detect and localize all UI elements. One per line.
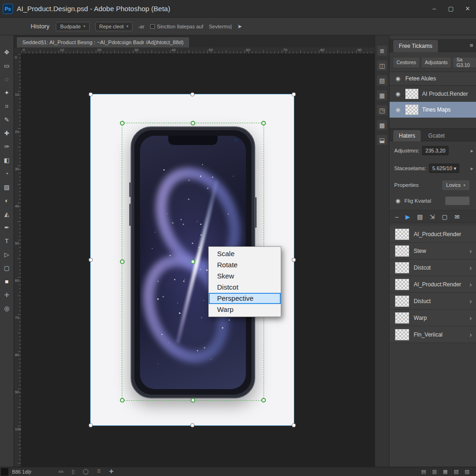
add-icon[interactable]: ✚ (109, 469, 113, 475)
circle-icon[interactable]: ◯ (83, 469, 88, 475)
close-button[interactable]: ✕ (459, 0, 476, 17)
marquee-tool-icon[interactable]: ▭ (1, 59, 13, 73)
transform-handle[interactable] (261, 398, 266, 403)
pen-tool-icon[interactable]: ✒ (1, 221, 13, 234)
artboard-handle[interactable] (190, 93, 194, 97)
artboard-handle[interactable] (292, 423, 296, 428)
artboard-handle[interactable] (292, 93, 296, 97)
transform-handle[interactable] (120, 398, 125, 403)
chevron-right-icon[interactable]: › (469, 280, 476, 288)
menu-item-skew[interactable]: Skew (209, 271, 281, 282)
eye-icon[interactable]: ◉ (394, 106, 402, 113)
options-commit-icon[interactable]: ➤ (238, 23, 242, 30)
options-dropdown-1[interactable]: Repe cleot▾ (95, 22, 133, 31)
move-tool-icon[interactable]: ✥ (1, 46, 13, 59)
tab-gcatet[interactable]: Gcatet (423, 130, 450, 141)
layer-item-tines-maps[interactable]: ◉Tines Maps (390, 102, 476, 118)
chevron-right-icon[interactable]: › (469, 247, 476, 255)
view-icon-4[interactable]: ▧ (454, 469, 458, 475)
tab-free-transform[interactable]: Free Tickams (393, 40, 438, 52)
chevron-right-icon[interactable]: › (469, 331, 476, 338)
gradient-tool-icon[interactable]: ◐ (1, 194, 13, 207)
healing-tool-icon[interactable]: ✚ (1, 126, 13, 140)
transform-handle[interactable] (120, 121, 125, 126)
grid-icon[interactable]: ⠿ (97, 469, 101, 475)
minus-icon[interactable]: – (395, 213, 398, 220)
properties-dropdown[interactable]: Lovics▾ (442, 180, 469, 190)
swatch-icon[interactable]: ■ (1, 275, 13, 288)
maximize-button[interactable]: ▢ (443, 0, 459, 17)
artboard-handle[interactable] (89, 423, 93, 428)
panel-tab-adjustants[interactable]: Adjustants (422, 58, 451, 67)
eye-icon[interactable]: ◉ (394, 198, 402, 204)
panel-libraries-icon[interactable]: ▦ (377, 90, 387, 100)
history-brush-tool-icon[interactable]: ◔ (1, 167, 13, 180)
history-label[interactable]: History (31, 23, 49, 30)
layer-row-stew[interactable]: Stew› (390, 243, 476, 259)
zoom-level-text[interactable]: B86 1di|r (12, 469, 32, 475)
minimize-button[interactable]: – (426, 0, 443, 17)
frame-icon[interactable]: ▢ (442, 213, 447, 220)
artboard-handle[interactable] (190, 423, 194, 428)
tab-haters[interactable]: Haters (393, 130, 421, 141)
play-icon[interactable]: ▶ (405, 213, 410, 220)
panel-styles-icon[interactable]: ▩ (377, 120, 387, 130)
options-dropdown-0[interactable]: Budpade▾ (56, 22, 89, 31)
artboard-handle[interactable] (292, 258, 296, 262)
folder-icon[interactable]: ▤ (417, 213, 423, 220)
menu-item-distcot[interactable]: Distcot (209, 282, 281, 293)
menu-item-warp[interactable]: Warp (209, 304, 281, 315)
view-icon-5[interactable]: ▨ (465, 469, 469, 475)
layer-row-distuct[interactable]: Distuct› (390, 293, 476, 310)
artboard-icon[interactable]: ▯ (72, 469, 74, 475)
layer-row-warp[interactable]: Warp› (390, 310, 476, 326)
panel-menu-icon[interactable]: ≡ (469, 42, 473, 49)
transform-handle[interactable] (120, 259, 125, 264)
chevron-right-icon[interactable]: › (469, 314, 476, 322)
clone-stamp-tool-icon[interactable]: ◧ (1, 153, 13, 167)
view-icon-1[interactable]: ▤ (421, 469, 426, 475)
view-icon-2[interactable]: ▥ (432, 469, 436, 475)
type-tool-icon[interactable]: T (1, 234, 13, 248)
crop-tool-icon[interactable]: ⌗ (1, 99, 13, 113)
stace-value-dropdown[interactable]: 5.625/10 ▾ (429, 164, 459, 173)
eye-icon[interactable]: ◉ (394, 75, 402, 82)
transform-handle[interactable] (191, 259, 195, 264)
layer-item-ai-product-render[interactable]: ◉AI Product.Render (390, 86, 476, 102)
transform-handle[interactable] (191, 398, 195, 403)
menu-item-scale[interactable]: Scale (209, 248, 281, 259)
checkbox-icon[interactable] (150, 24, 155, 29)
transform-handle[interactable] (261, 121, 266, 126)
panel-color-icon[interactable]: ◫ (377, 60, 387, 71)
panel-tab-sa-g3-10[interactable]: Sa G3.10 (453, 58, 476, 67)
quick-select-tool-icon[interactable]: ✦ (1, 86, 13, 99)
transform-handle[interactable] (191, 121, 195, 126)
zoom-tool-icon[interactable]: ◎ (1, 302, 13, 315)
menu-item-rotate[interactable]: Rotate (209, 259, 281, 271)
eraser-tool-icon[interactable]: ▨ (1, 180, 13, 194)
panel-swatches-icon[interactable]: ▤ (377, 75, 387, 86)
eye-icon[interactable]: ◉ (394, 91, 402, 97)
path-select-tool-icon[interactable]: ▷ (1, 248, 13, 261)
eyedropper-tool-icon[interactable]: ✎ (1, 113, 13, 126)
panel-info-icon[interactable]: ⬓ (377, 135, 387, 145)
view-icon-3[interactable]: ▦ (443, 469, 448, 475)
lasso-tool-icon[interactable]: ◌ (1, 73, 13, 86)
document-tab[interactable]: Sedded§1: AI_Product Besng : ~AI_Pdotcsi… (16, 37, 190, 47)
chevron-right-icon[interactable]: ▸ (470, 148, 473, 154)
flip-value-field[interactable] (445, 197, 469, 205)
layer-row-distcot[interactable]: Distcot› (390, 259, 476, 276)
options-checkbox-3[interactable]: Sinctton Ilatepas auf (150, 24, 204, 29)
dodge-tool-icon[interactable]: ◭ (1, 207, 13, 221)
panel-adjustments-icon[interactable]: ◳ (377, 105, 387, 115)
comment-icon[interactable]: ✉ (455, 213, 460, 220)
adjust-value-field[interactable]: 235.3,20 (422, 146, 449, 155)
brush-tool-icon[interactable]: ✑ (1, 140, 13, 153)
hand-tool-icon[interactable]: ✛ (1, 288, 13, 302)
doc-icon[interactable]: ▭ (59, 469, 63, 475)
panel-collapse-icon[interactable]: ≣ (377, 46, 387, 56)
canvas[interactable]: ScaleRotateSkewDistcotPerspectiveWarp (21, 54, 375, 467)
menu-item-perspective[interactable]: Perspective (209, 293, 281, 304)
layer-row-ai-product-render[interactable]: AI_Product:Render (390, 226, 476, 243)
layer-row-ai-product-render[interactable]: AI_Product:Render› (390, 276, 476, 293)
